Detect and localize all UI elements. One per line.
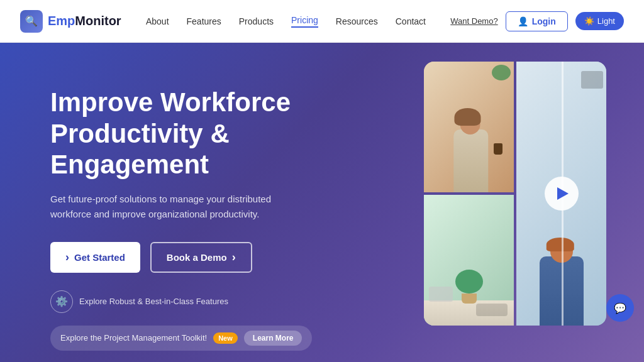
play-triangle-icon [557,187,569,200]
chat-float-button[interactable]: 💬 [606,294,634,322]
image-cell-woman [424,62,514,192]
explore-label: Explore Robust & Best-in-Class Features [79,297,228,306]
hero-section: Improve Workforce Productivity & Engagem… [0,43,644,362]
new-badge: New [213,332,238,344]
hero-images [424,62,606,326]
nav-pricing[interactable]: Pricing [291,15,318,28]
want-demo-link[interactable]: Want Demo? [450,16,497,26]
toolkit-text: Explore the Project Management Toolkit! [60,333,207,343]
theme-toggle-button[interactable]: ☀️ Light [575,12,624,30]
logo-text: EmpMonitor [48,14,121,28]
nav-about[interactable]: About [146,16,169,26]
gear-icon: ⚙️ [50,290,73,313]
login-button[interactable]: 👤 Login [506,11,568,31]
nav-right: Want Demo? 👤 Login ☀️ Light [450,11,624,31]
get-started-button[interactable]: Get Started [50,242,140,273]
image-grid [424,62,606,326]
user-icon: 👤 [518,16,528,26]
sun-icon: ☀️ [584,16,594,26]
logo[interactable]: 🔍 EmpMonitor [20,10,121,33]
hero-title: Improve Workforce Productivity & Engagem… [50,87,365,180]
book-demo-button[interactable]: Book a Demo [150,242,252,273]
nav-links: About Features Products Pricing Resource… [146,15,426,28]
image-cell-man [516,62,606,326]
hero-content: Improve Workforce Productivity & Engagem… [50,74,365,351]
play-button[interactable] [545,177,579,211]
logo-icon: 🔍 [20,10,43,33]
navbar: 🔍 EmpMonitor About Features Products Pri… [0,0,644,43]
hero-subtitle: Get future-proof solutions to manage you… [50,192,283,222]
chat-icon: 💬 [614,302,626,314]
nav-contact[interactable]: Contact [396,16,426,26]
nav-features[interactable]: Features [187,16,221,26]
nav-products[interactable]: Products [239,16,274,26]
nav-resources[interactable]: Resources [336,16,378,26]
toolkit-bar: Explore the Project Management Toolkit! … [50,326,312,351]
explore-features: ⚙️ Explore Robust & Best-in-Class Featur… [50,290,365,313]
keyboard-icon [476,304,508,316]
image-cell-desk [424,195,514,326]
hero-buttons: Get Started Book a Demo [50,242,365,273]
learn-more-button[interactable]: Learn More [244,331,303,346]
